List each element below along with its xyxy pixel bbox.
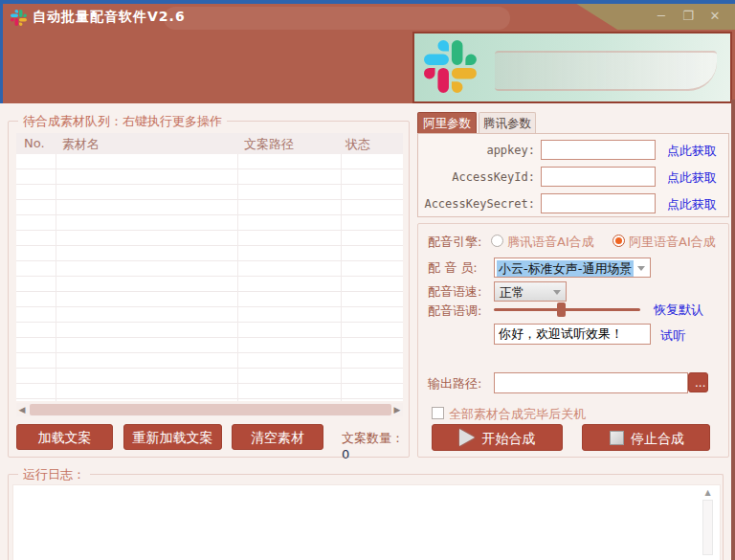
preview-listen-link[interactable]: 试听	[660, 327, 685, 345]
titlebar[interactable]: 自动批量配音软件V2.6 ─ ❐ ✕	[3, 4, 735, 31]
synthesis-panel: 配音引擎: 腾讯语音AI合成 阿里语音AI合成 配 音 员: 小云-标准女声-通…	[417, 223, 729, 458]
browse-button[interactable]: ...	[688, 372, 708, 392]
column-header-no: No.	[24, 136, 45, 150]
scrollbar-thumb[interactable]	[702, 500, 713, 555]
column-separator	[341, 154, 342, 401]
column-header-path: 文案路径	[244, 136, 294, 153]
voice-select[interactable]: 小云-标准女声-通用场景	[494, 258, 651, 278]
queue-panel: 待合成素材队列：右键执行更多操作 No. 素材名 文案路径 状态 ◀ ▶ 加载文…	[8, 121, 410, 458]
column-separator	[56, 154, 56, 401]
window-title: 自动批量配音软件V2.6	[33, 9, 186, 26]
clear-material-button[interactable]: 清空素材	[232, 424, 323, 450]
column-separator	[237, 154, 238, 401]
maximize-button[interactable]: ❐	[679, 7, 697, 26]
script-count-label: 文案数量：	[342, 431, 404, 445]
stop-button-label: 停止合成	[631, 431, 684, 446]
reset-default-link[interactable]: 恢复默认	[654, 302, 703, 319]
accesskeyid-label: AccessKeyId:	[418, 170, 535, 184]
log-panel: 运行日志： ▲	[8, 474, 724, 560]
preview-text-field[interactable]	[494, 324, 651, 345]
start-button-label: 开始合成	[482, 431, 536, 446]
accesskeysecret-field[interactable]	[541, 193, 656, 213]
voice-label: 配 音 员:	[428, 259, 478, 277]
start-synthesis-button[interactable]: 开始合成	[432, 424, 563, 451]
minimize-button[interactable]: ─	[653, 7, 670, 26]
tab-ali-params[interactable]: 阿里参数	[417, 112, 477, 133]
radio-tencent-engine[interactable]	[491, 235, 503, 247]
column-header-status: 状态	[345, 136, 370, 153]
promo-banner	[412, 32, 732, 103]
engine-label: 配音引擎:	[428, 234, 481, 251]
header-band: 自动批量配音软件V2.6 ─ ❐ ✕	[3, 4, 735, 103]
watermark-pill	[164, 7, 510, 30]
script-count-value: 0	[342, 447, 349, 461]
appkey-field[interactable]	[541, 140, 656, 160]
appkey-get-link[interactable]: 点此获取	[667, 143, 717, 160]
slack-logo-icon	[424, 40, 477, 93]
appkey-label: appkey:	[418, 144, 535, 157]
scroll-left-icon[interactable]: ◀	[16, 403, 28, 416]
tab-tencent-params[interactable]: 腾讯参数	[479, 112, 536, 133]
stop-synthesis-button[interactable]: 停止合成	[582, 424, 710, 451]
horizontal-scrollbar[interactable]: ◀ ▶	[16, 403, 403, 416]
output-path-label: 输出路径:	[428, 375, 481, 392]
accesskeyid-field[interactable]	[541, 167, 656, 187]
params-tabbox: 阿里参数 腾讯参数 appkey: 点此获取 AccessKeyId: 点此获取…	[417, 112, 729, 217]
radio-ali-label[interactable]: 阿里语音AI合成	[629, 234, 716, 251]
chevron-down-icon	[553, 290, 561, 295]
window-frame-right	[731, 100, 735, 560]
chevron-down-icon	[637, 266, 645, 271]
column-header-name: 素材名	[62, 136, 100, 153]
accesskeyid-get-link[interactable]: 点此获取	[667, 169, 717, 187]
redacted-text-block	[495, 51, 717, 91]
app-window: 自动批量配音软件V2.6 ─ ❐ ✕ 待合成素材队列：右键执行更多操作 No. …	[0, 0, 735, 560]
scroll-up-icon[interactable]: ▲	[702, 487, 714, 499]
output-path-field[interactable]	[494, 372, 688, 393]
pitch-slider-thumb[interactable]	[557, 302, 566, 317]
accesskeysecret-get-link[interactable]: 点此获取	[667, 196, 717, 213]
radio-ali-engine[interactable]	[612, 235, 625, 247]
speed-selected-value: 正常	[500, 284, 524, 301]
speed-label: 配音语速:	[428, 283, 481, 301]
log-output-area[interactable]: ▲	[12, 484, 721, 560]
scroll-right-icon[interactable]: ▶	[391, 403, 403, 416]
vertical-scrollbar[interactable]: ▲	[702, 487, 714, 560]
radio-tencent-label[interactable]: 腾讯语音AI合成	[507, 234, 594, 251]
pitch-slider[interactable]	[494, 308, 640, 311]
stop-icon	[610, 431, 624, 445]
window-controls: ─ ❐ ✕	[653, 7, 724, 26]
params-panel: appkey: 点此获取 AccessKeyId: 点此获取 AccessKey…	[417, 133, 729, 217]
log-panel-title: 运行日志：	[18, 466, 90, 483]
app-logo-icon	[11, 10, 27, 26]
queue-table-header: No. 素材名 文案路径 状态	[16, 133, 403, 154]
shutdown-checkbox[interactable]	[432, 407, 444, 419]
reload-script-button[interactable]: 重新加载文案	[123, 424, 222, 450]
queue-panel-title: 待合成素材队列：右键执行更多操作	[18, 113, 227, 130]
load-script-button[interactable]: 加载文案	[16, 424, 113, 450]
pitch-label: 配音语调:	[428, 302, 481, 320]
speed-select[interactable]: 正常	[494, 281, 567, 302]
accesskeysecret-label: AccessKeySecret:	[418, 197, 535, 211]
play-icon	[459, 429, 475, 446]
queue-table-body[interactable]	[16, 154, 403, 401]
voice-selected-value: 小云-标准女声-通用场景	[497, 260, 634, 277]
scrollbar-thumb[interactable]	[30, 404, 391, 415]
close-button[interactable]: ✕	[706, 7, 724, 26]
script-count: 文案数量：0	[342, 430, 409, 461]
shutdown-checkbox-label[interactable]: 全部素材合成完毕后关机	[449, 406, 586, 423]
